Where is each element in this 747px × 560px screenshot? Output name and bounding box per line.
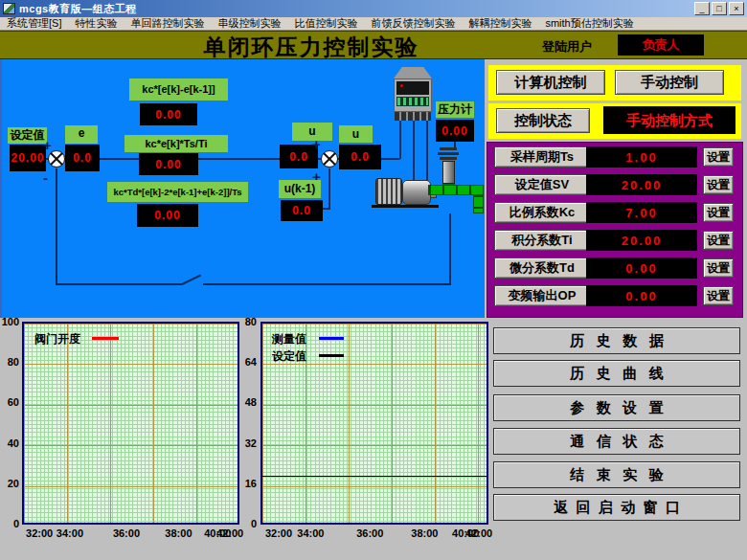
signal-wire bbox=[413, 120, 415, 181]
pump-body bbox=[402, 180, 431, 205]
menu-feedforward[interactable]: 前馈反馈控制实验 bbox=[364, 16, 462, 31]
y-tick: 0 bbox=[238, 518, 257, 529]
y-tick: 60 bbox=[0, 396, 19, 408]
y-tick: 64 bbox=[238, 356, 257, 368]
left-chart-x-axis: 32:00 34:00 36:00 38:00 40:00 42:00 bbox=[22, 527, 239, 541]
y-tick: 80 bbox=[0, 356, 19, 368]
controller-led bbox=[400, 84, 403, 87]
communication-status-button[interactable]: 通 信 状 态 bbox=[493, 428, 740, 455]
u2-label: u bbox=[339, 125, 373, 143]
valve-body bbox=[442, 161, 455, 184]
login-user-value: 负责人 bbox=[618, 34, 704, 56]
formula-d-label: kc*Td*[e[k]-2*e[k-1]+e[k-2]]/Ts bbox=[107, 182, 248, 202]
menu-bar: 系统管理[S] 特性实验 单回路控制实验 串级控制实验 比值控制实验 前馈反馈控… bbox=[0, 17, 747, 31]
motor-body bbox=[375, 178, 402, 205]
param-value: 20.00 bbox=[586, 230, 697, 251]
param-set-button[interactable]: 设置 bbox=[703, 258, 734, 278]
param-set-button[interactable]: 设置 bbox=[703, 147, 734, 167]
param-label: 积分系数Ti bbox=[494, 230, 590, 251]
left-chart-y-axis: 100 80 60 40 20 0 bbox=[0, 316, 19, 536]
error-label: e bbox=[65, 125, 98, 144]
history-data-button[interactable]: 历 史 数 据 bbox=[493, 327, 740, 354]
x-tick: 32:00 bbox=[265, 527, 292, 539]
x-tick: 38:00 bbox=[411, 527, 438, 539]
app-icon bbox=[3, 3, 15, 14]
y-tick: 32 bbox=[238, 437, 257, 449]
setpoint-value: 20.00 bbox=[10, 145, 46, 171]
menu-ratio[interactable]: 比值控制实验 bbox=[287, 16, 364, 31]
signal-wire bbox=[203, 283, 450, 285]
title-bar: mcgs教育版—组态工程 _ □ × bbox=[0, 0, 747, 17]
window-title: mcgs教育版—组态工程 bbox=[19, 2, 137, 16]
parameter-settings-button[interactable]: 参 数 设 置 bbox=[493, 394, 740, 421]
menu-single-loop[interactable]: 单回路控制实验 bbox=[124, 16, 211, 31]
computer-control-button[interactable]: 计算机控制 bbox=[496, 70, 605, 95]
param-value: 20.00 bbox=[586, 174, 697, 195]
menu-decoupling[interactable]: 解耦控制实验 bbox=[462, 16, 538, 31]
param-set-button[interactable]: 设置 bbox=[703, 286, 734, 305]
setpoint-line bbox=[262, 476, 487, 477]
menu-system[interactable]: 系统管理[S] bbox=[0, 16, 68, 31]
uk1-label: u(k-1) bbox=[279, 180, 321, 198]
menu-cascade[interactable]: 串级控制实验 bbox=[211, 16, 287, 31]
y-tick: 100 bbox=[0, 316, 19, 327]
signal-wire bbox=[56, 283, 182, 285]
legend-line-black bbox=[319, 354, 344, 357]
minimize-button[interactable]: _ bbox=[694, 2, 710, 15]
u2-value: 0.0 bbox=[339, 145, 381, 169]
end-experiment-button[interactable]: 结 束 实 验 bbox=[493, 461, 740, 488]
sum1-minus-sign: - bbox=[43, 172, 48, 184]
sum2-plus-top-sign: + bbox=[312, 139, 321, 150]
param-set-button[interactable]: 设置 bbox=[703, 203, 734, 222]
legend-valve-opening: 阀门开度 bbox=[34, 331, 80, 347]
pump-base bbox=[372, 205, 439, 208]
x-tick: 36:00 bbox=[356, 527, 383, 539]
summing-junction-icon bbox=[48, 150, 65, 168]
param-value: 1.00 bbox=[586, 146, 697, 168]
legend-measured-value: 测量值 bbox=[272, 331, 306, 347]
menu-characteristic[interactable]: 特性实验 bbox=[68, 16, 124, 31]
y-tick: 80 bbox=[238, 316, 257, 327]
controller-screen bbox=[396, 81, 429, 95]
x-tick: 32:00 bbox=[26, 527, 53, 539]
controller-buttons bbox=[395, 112, 431, 121]
x-tick: 34:00 bbox=[57, 527, 83, 539]
error-value: 0.0 bbox=[65, 145, 100, 171]
right-chart-y-axis: 80 64 48 32 16 0 bbox=[238, 316, 257, 536]
valve-opening-chart bbox=[22, 322, 239, 525]
param-value: 0.00 bbox=[586, 258, 697, 279]
x-tick: 36:00 bbox=[113, 527, 140, 539]
y-tick: 48 bbox=[238, 396, 257, 408]
controller-top bbox=[394, 67, 432, 78]
param-set-button[interactable]: 设置 bbox=[703, 231, 734, 250]
formula-i-value: 0.00 bbox=[139, 153, 198, 175]
signal-wire bbox=[323, 208, 330, 210]
param-label: 采样周期Ts bbox=[494, 146, 590, 168]
return-start-window-button[interactable]: 返 回 启 动 窗 口 bbox=[493, 494, 740, 521]
param-label: 变频输出OP bbox=[494, 285, 590, 306]
x-tick: 38:00 bbox=[165, 527, 192, 539]
manual-control-button[interactable]: 手动控制 bbox=[615, 70, 724, 95]
signal-wire bbox=[328, 168, 330, 210]
restore-button[interactable]: □ bbox=[712, 2, 727, 15]
right-chart-x-axis: 32:00 34:00 36:00 38:00 40:00 42:00 bbox=[260, 527, 488, 541]
valve-cap bbox=[440, 147, 457, 150]
param-set-button[interactable]: 设置 bbox=[703, 175, 734, 194]
menu-smith[interactable]: smith预估控制实验 bbox=[538, 16, 640, 31]
param-label: 比例系数Kc bbox=[494, 202, 590, 223]
page-title: 单闭环压力控制实验 bbox=[153, 33, 469, 59]
y-tick: 20 bbox=[0, 478, 19, 489]
formula-p-value: 0.00 bbox=[140, 103, 197, 125]
pipe-vertical bbox=[473, 194, 484, 213]
y-tick: 40 bbox=[0, 437, 19, 449]
x-tick: 34:00 bbox=[297, 527, 324, 539]
legend-line-blue bbox=[319, 337, 344, 340]
formula-i-label: kc*e[k]*Ts/Ti bbox=[124, 135, 228, 152]
valve-cap bbox=[438, 152, 459, 155]
history-curve-button[interactable]: 历 史 曲 线 bbox=[493, 360, 740, 387]
y-tick: 16 bbox=[238, 478, 257, 489]
signal-wire bbox=[381, 158, 400, 160]
formula-d-value: 0.00 bbox=[137, 204, 198, 227]
close-button[interactable]: × bbox=[729, 2, 744, 15]
summing-junction-icon bbox=[321, 150, 338, 168]
